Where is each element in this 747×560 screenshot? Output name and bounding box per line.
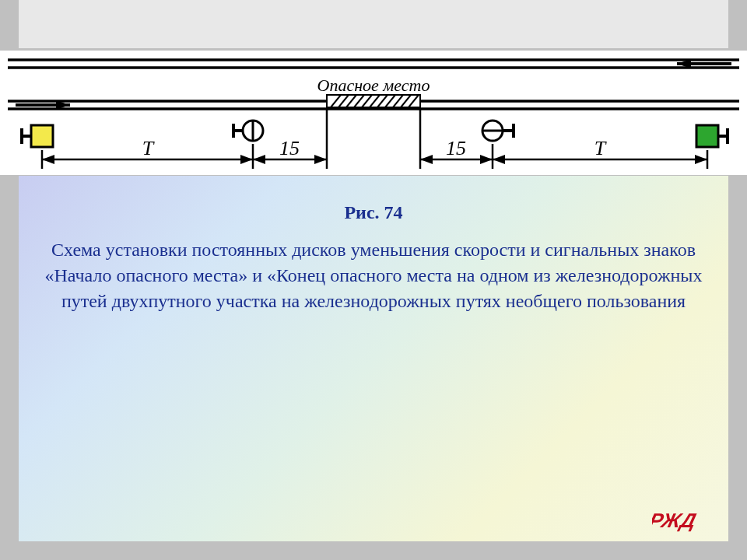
svg-text:15: 15 <box>446 137 466 159</box>
diagram-svg: Опасное место <box>0 51 747 177</box>
header-bar <box>19 0 728 48</box>
svg-text:Т: Т <box>594 137 607 159</box>
figure-description: Схема установки постоянных дисков уменьш… <box>40 237 707 314</box>
svg-marker-44 <box>314 155 327 164</box>
yellow-square-icon <box>31 125 53 147</box>
svg-marker-51 <box>493 155 505 164</box>
content-panel: Рис. 74 Схема установки постоянных диско… <box>19 176 728 541</box>
svg-text:РЖД: РЖД <box>652 510 699 532</box>
dim-right-15: 15 <box>420 137 493 164</box>
diagram: Опасное место <box>0 51 747 175</box>
rzd-logo-icon: РЖД <box>652 510 713 532</box>
green-square-icon <box>696 125 718 147</box>
svg-text:Т: Т <box>142 137 155 159</box>
dim-right-T: Т <box>493 137 707 164</box>
dim-left-T: Т <box>42 137 253 164</box>
svg-marker-43 <box>253 155 265 164</box>
slide: Опасное место <box>0 0 747 560</box>
svg-marker-39 <box>42 155 54 164</box>
dim-left-15: 15 <box>253 137 327 164</box>
svg-marker-52 <box>695 155 707 164</box>
figure-number: Рис. 74 <box>19 202 728 223</box>
yellow-signal <box>22 125 53 147</box>
svg-text:15: 15 <box>279 137 300 159</box>
svg-marker-47 <box>420 155 433 164</box>
green-signal <box>696 125 728 147</box>
danger-label: Опасное место <box>317 75 430 95</box>
svg-marker-40 <box>240 155 253 164</box>
danger-zone-hatch <box>327 95 420 107</box>
svg-marker-48 <box>480 155 493 164</box>
end-sign-icon <box>482 121 514 141</box>
begin-sign-icon <box>233 121 263 141</box>
